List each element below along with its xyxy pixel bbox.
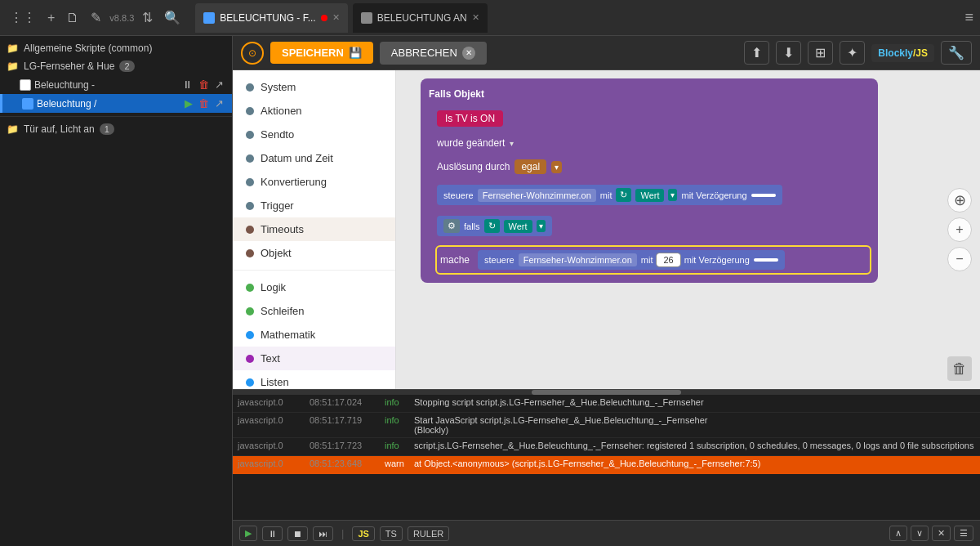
log-row-3: javascript.0 08:51:23.648 warn at Object… bbox=[233, 456, 980, 474]
play-btn[interactable]: ▶ bbox=[239, 526, 257, 541]
steuere-label-1: steuere bbox=[443, 190, 474, 200]
wurde-dropdown-icon[interactable]: ▾ bbox=[510, 139, 514, 148]
script-item-beleuchtung-minus[interactable]: Beleuchtung - ⏸ 🗑 ↗ bbox=[0, 75, 232, 94]
script-play-btn-2[interactable]: ▶ bbox=[183, 97, 194, 110]
number-26[interactable]: 26 bbox=[657, 253, 679, 266]
menu-item-listen[interactable]: Listen bbox=[233, 370, 395, 389]
pause-btn[interactable]: ⏸ bbox=[262, 526, 283, 541]
falls-label: falls bbox=[464, 222, 480, 231]
blocks-area: Falls Objekt Is TV is ON wurde geändert … bbox=[396, 70, 980, 389]
menu-item-trigger[interactable]: Trigger bbox=[233, 194, 395, 217]
menu-item-konvertierung[interactable]: Konvertierung bbox=[233, 170, 395, 194]
save-floppy-icon: 💾 bbox=[349, 47, 362, 59]
menu-item-system[interactable]: System bbox=[233, 75, 395, 99]
step-btn[interactable]: ⏭ bbox=[313, 526, 333, 541]
script-export-btn-1[interactable]: ↗ bbox=[213, 78, 225, 91]
file-icon[interactable]: 🗋 bbox=[63, 7, 82, 29]
log-msg-3: at Object.<anonymous> (script.js.LG-Fern… bbox=[409, 456, 980, 474]
log-msg-1: Start JavaScript script.js.LG-Fernseher_… bbox=[409, 413, 980, 437]
plus-icon[interactable]: + bbox=[44, 7, 58, 29]
menu-label-schleifen: Schleifen bbox=[261, 305, 304, 317]
steuere-block-2[interactable]: steuere Fernseher-Wohnzimmer.on mit 26 m… bbox=[478, 250, 785, 270]
menu-item-sendto[interactable]: Sendto bbox=[233, 123, 395, 146]
sidebar-folder-lg[interactable]: 📁 LG-Fernseher & Hue 2 bbox=[0, 57, 232, 75]
egal-block[interactable]: egal bbox=[514, 159, 546, 174]
grid-btn[interactable]: ⊞ bbox=[808, 41, 833, 65]
menu-item-logik[interactable]: Logik bbox=[233, 275, 395, 299]
script-pause-btn-1[interactable]: ⏸ bbox=[180, 78, 194, 91]
ruler-btn[interactable]: RULER bbox=[408, 526, 449, 541]
menu-item-aktionen[interactable]: Aktionen bbox=[233, 99, 395, 123]
script-delete-btn-1[interactable]: 🗑 bbox=[197, 78, 211, 91]
folder-common-icon: 📁 bbox=[7, 43, 19, 54]
menu-dot-text bbox=[246, 355, 254, 363]
wert-dropdown-1[interactable]: ▾ bbox=[668, 189, 677, 201]
steuere-block-1[interactable]: steuere Fernseher-Wohnzimmer.on mit ↻ We… bbox=[437, 185, 782, 205]
tab-label-2: BELEUCHTUNG AN bbox=[377, 12, 467, 24]
is-tv-on-block[interactable]: Is TV is ON bbox=[437, 110, 503, 127]
zoom-in-btn[interactable]: + bbox=[947, 217, 972, 242]
target-icon[interactable]: ⊙ bbox=[241, 42, 264, 65]
menu-item-datum[interactable]: Datum und Zeit bbox=[233, 146, 395, 170]
refresh-icon-2[interactable]: ↻ bbox=[484, 219, 500, 233]
sort-icon[interactable]: ⇅ bbox=[139, 7, 156, 29]
refresh-icon-1[interactable]: ↻ bbox=[616, 188, 631, 202]
gear-icon-falls[interactable]: ⚙ bbox=[443, 219, 460, 233]
falls-objekt-block[interactable]: Falls Objekt Is TV is ON wurde geändert … bbox=[421, 78, 878, 283]
ts-mode-btn[interactable]: TS bbox=[380, 526, 403, 541]
edit-icon[interactable]: ✎ bbox=[87, 7, 105, 29]
import-btn[interactable]: ⬇ bbox=[776, 41, 801, 65]
wert-block-2[interactable]: Wert bbox=[504, 220, 532, 233]
wurde-geandert-label: wurde geändert bbox=[437, 137, 505, 149]
settings-btn[interactable]: 🔧 bbox=[941, 41, 972, 65]
stop-btn[interactable]: ⏹ bbox=[287, 526, 308, 541]
tab-close-2[interactable]: ✕ bbox=[472, 12, 479, 23]
log-level-2: info bbox=[380, 438, 409, 455]
menu-dot-objekt bbox=[246, 249, 254, 257]
crosshair-zoom-btn[interactable]: ⊕ bbox=[947, 188, 972, 213]
search-icon[interactable]: 🔍 bbox=[161, 7, 184, 29]
tab-beleuchtung-an[interactable]: BELEUCHTUNG AN ✕ bbox=[353, 3, 488, 33]
scroll-down-btn[interactable]: ∨ bbox=[911, 526, 929, 541]
script-delete-btn-2[interactable]: 🗑 bbox=[197, 97, 211, 110]
cancel-x-icon: ✕ bbox=[462, 47, 475, 60]
fernseher-wohnzimmer-2[interactable]: Fernseher-Wohnzimmer.on bbox=[519, 253, 637, 266]
script-item-beleuchtung-slash[interactable]: Beleuchtung / ▶ 🗑 ↗ bbox=[0, 94, 232, 113]
log-time-2: 08:51:17.723 bbox=[306, 438, 380, 455]
close-log-btn[interactable]: ✕ bbox=[932, 526, 951, 541]
dots-icon[interactable]: ⋮⋮ bbox=[7, 7, 39, 29]
menu-item-timeouts[interactable]: Timeouts bbox=[233, 217, 395, 241]
delay-input-2[interactable] bbox=[754, 258, 778, 262]
folder-tur-label: Tür auf, Licht an bbox=[24, 123, 95, 135]
sidebar-folder-tur[interactable]: 📁 Tür auf, Licht an 1 bbox=[0, 120, 232, 138]
auslosung-label: Auslösung durch bbox=[437, 161, 510, 172]
menu-item-text[interactable]: Text bbox=[233, 347, 395, 370]
falls-block[interactable]: ⚙ falls ↻ Wert ▾ bbox=[437, 216, 552, 236]
menu-item-mathematik[interactable]: Mathematik bbox=[233, 323, 395, 347]
list-icon-btn[interactable]: ☰ bbox=[954, 526, 973, 541]
blockly-js-badge[interactable]: Blockly/JS bbox=[871, 44, 934, 62]
fernseher-wohnzimmer-1[interactable]: Fernseher-Wohnzimmer.on bbox=[478, 189, 596, 202]
scroll-up-btn[interactable]: ∧ bbox=[889, 526, 907, 541]
block-canvas[interactable]: System Aktionen Sendto Datum und Zeit Ko… bbox=[233, 70, 980, 389]
tab-beleuchtung-f[interactable]: BELEUCHTUNG - F... ✕ bbox=[195, 3, 347, 33]
tab-close-1[interactable]: ✕ bbox=[332, 12, 340, 23]
trash-btn[interactable]: 🗑 bbox=[947, 356, 972, 381]
menu-item-schleifen[interactable]: Schleifen bbox=[233, 299, 395, 323]
save-button[interactable]: SPEICHERN 💾 bbox=[270, 42, 373, 64]
egal-dropdown[interactable]: ▾ bbox=[551, 161, 562, 173]
js-mode-btn[interactable]: JS bbox=[352, 526, 374, 541]
script-label-2: Beleuchtung / bbox=[37, 98, 96, 110]
delay-input-1[interactable] bbox=[751, 194, 776, 197]
magic-btn[interactable]: ✦ bbox=[840, 41, 865, 65]
log-source-3: javascript.0 bbox=[233, 456, 306, 474]
sidebar-folder-common[interactable]: 📁 Allgemeine Skripte (common) bbox=[0, 39, 232, 57]
export-btn[interactable]: ⬆ bbox=[744, 41, 769, 65]
menu-item-objekt[interactable]: Objekt bbox=[233, 241, 395, 265]
wert-block-1[interactable]: Wert bbox=[635, 189, 664, 202]
zoom-out-btn[interactable]: − bbox=[947, 247, 972, 271]
hamburger-icon[interactable]: ≡ bbox=[964, 9, 973, 26]
wert-dropdown-2[interactable]: ▾ bbox=[537, 220, 546, 232]
cancel-button[interactable]: ABBRECHEN ✕ bbox=[380, 42, 487, 65]
script-export-btn-2[interactable]: ↗ bbox=[213, 97, 225, 110]
